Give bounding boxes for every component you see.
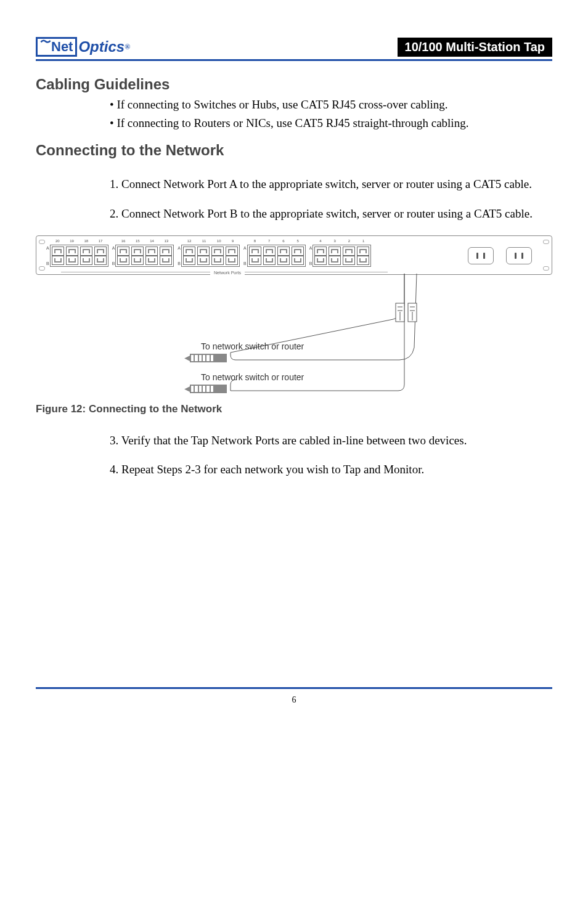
- row-label-a: A: [46, 246, 49, 250]
- cabling-bullet-list: If connecting to Switches or Hubs, use C…: [36, 97, 552, 131]
- cabling-bullet: If connecting to Routers or NICs, use CA…: [110, 115, 552, 131]
- figure-title: Connecting to the Network: [89, 403, 222, 415]
- page-number: 6: [36, 695, 552, 705]
- cable-diagram: To network switch or router To network s…: [36, 274, 552, 397]
- logo-registered-mark: ®: [125, 43, 130, 52]
- section-heading-connecting: Connecting to the Network: [36, 142, 552, 159]
- row-label-a: A: [243, 246, 247, 250]
- figure-number: Figure 12:: [36, 403, 86, 415]
- port-number: 10: [217, 239, 221, 243]
- step-item: Repeat Steps 2-3 for each network you wi…: [110, 462, 552, 478]
- figure-12: AB 20 19 18 17 AB: [36, 235, 552, 397]
- step-item: Connect Network Port A to the appropriat…: [110, 176, 552, 192]
- port-number: 9: [232, 239, 234, 243]
- device-rear-panel: AB 20 19 18 17 AB: [36, 235, 552, 275]
- power-inlet-icon: [506, 247, 532, 264]
- header-divider: [36, 59, 552, 61]
- port-number: 11: [202, 239, 206, 243]
- cabling-bullet: If connecting to Switches or Hubs, use C…: [110, 97, 552, 113]
- port-number: 14: [150, 239, 154, 243]
- cable-label-1: To network switch or router: [201, 341, 304, 351]
- port-number: 6: [282, 239, 284, 243]
- cable-label-2: To network switch or router: [201, 372, 304, 382]
- figure-caption: Figure 12: Connecting to the Network: [36, 403, 552, 415]
- page-header: 〜 Net Optics ® 10/100 Multi-Station Tap: [36, 37, 552, 57]
- row-label-b: B: [112, 261, 115, 266]
- row-label-b: B: [178, 261, 181, 266]
- port-number: 20: [55, 239, 60, 243]
- row-label-b: B: [243, 261, 247, 266]
- power-inlet-icon: [468, 247, 494, 264]
- port-number: 12: [187, 239, 192, 243]
- row-label-b: B: [309, 261, 312, 266]
- port-number: 13: [164, 239, 168, 243]
- port-number: 3: [334, 239, 336, 243]
- step-item: Verify that the Tap Network Ports are ca…: [110, 433, 552, 449]
- power-inlets: [468, 247, 532, 264]
- port-number: 4: [319, 239, 321, 243]
- document-title-bar: 10/100 Multi-Station Tap: [398, 38, 552, 57]
- connecting-steps-after: Verify that the Tap Network Ports are ca…: [36, 433, 552, 478]
- port-number: 8: [254, 239, 256, 243]
- port-number: 2: [348, 239, 350, 243]
- network-port-groups: AB 20 19 18 17 AB: [46, 245, 371, 267]
- row-label-a: A: [178, 246, 181, 250]
- step-item: Connect Network Port B to the appropriat…: [110, 206, 552, 222]
- footer-divider: [36, 687, 552, 689]
- row-label-b: B: [46, 261, 49, 266]
- logo-optics-text: Optics: [78, 38, 125, 55]
- port-number: 19: [70, 239, 74, 243]
- port-number: 15: [136, 239, 140, 243]
- row-label-a: A: [112, 246, 115, 250]
- port-number: 7: [268, 239, 270, 243]
- port-number: 1: [362, 239, 364, 243]
- port-number: 16: [121, 239, 126, 243]
- row-label-a: A: [309, 246, 312, 250]
- port-number: 5: [296, 239, 298, 243]
- port-number: 17: [99, 239, 103, 243]
- connecting-steps-before: Connect Network Port A to the appropriat…: [36, 176, 552, 221]
- port-number: 18: [84, 239, 88, 243]
- brand-logo: 〜 Net Optics ®: [36, 37, 130, 57]
- logo-net-text: Net: [51, 40, 73, 54]
- rj45-connector-icon: [190, 354, 227, 365]
- section-heading-cabling: Cabling Guidelines: [36, 76, 552, 93]
- rj45-connector-icon: [190, 385, 227, 396]
